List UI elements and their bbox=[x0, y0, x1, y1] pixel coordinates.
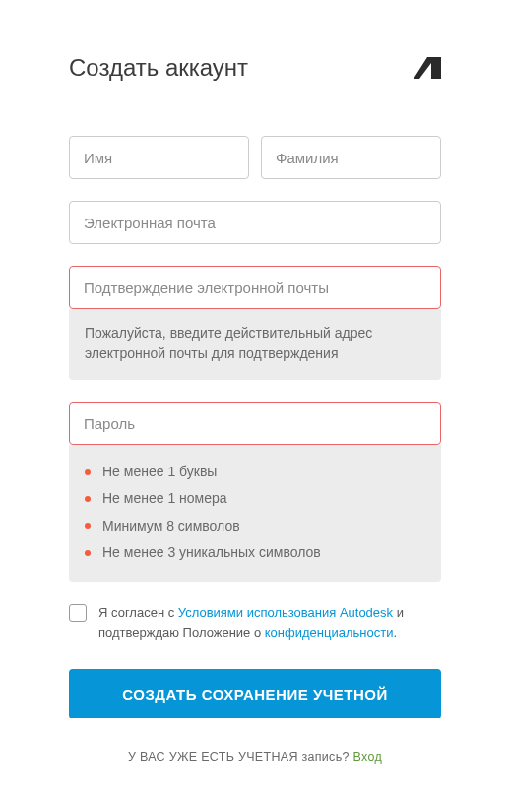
password-rule: Минимум 8 символов bbox=[85, 513, 425, 539]
email-confirm-group: Пожалуйста, введите действительный адрес… bbox=[69, 266, 441, 380]
agree-text: Я согласен с Условиями использования Aut… bbox=[98, 603, 441, 642]
page-title: Создать аккаунт bbox=[69, 54, 248, 82]
rule-dot-icon bbox=[85, 550, 91, 556]
autodesk-logo-icon bbox=[414, 57, 441, 79]
password-rules: Не менее 1 буквы Не менее 1 номера Миним… bbox=[69, 445, 441, 582]
last-name-field[interactable] bbox=[261, 136, 441, 179]
rule-dot-icon bbox=[85, 523, 91, 529]
svg-marker-0 bbox=[414, 57, 441, 79]
email-confirm-error-hint: Пожалуйста, введите действительный адрес… bbox=[69, 309, 441, 380]
signin-link[interactable]: Вход bbox=[353, 750, 382, 764]
signin-footer: У ВАС УЖЕ ЕСТЬ УЧЕТНАЯ запись? Вход bbox=[69, 750, 441, 764]
email-group bbox=[69, 201, 441, 244]
first-name-field[interactable] bbox=[69, 136, 249, 179]
agree-row: Я согласен с Условиями использования Aut… bbox=[69, 603, 441, 642]
password-rule: Не менее 1 номера bbox=[85, 485, 425, 512]
agree-checkbox[interactable] bbox=[69, 604, 87, 622]
rule-dot-icon bbox=[85, 469, 91, 475]
password-rule-text: Минимум 8 символов bbox=[102, 513, 240, 539]
terms-link[interactable]: Условиями использования Autodesk bbox=[178, 605, 393, 620]
name-row bbox=[69, 136, 441, 179]
password-rule: Не менее 1 буквы bbox=[85, 459, 425, 485]
password-field[interactable] bbox=[69, 402, 441, 445]
email-field[interactable] bbox=[69, 201, 441, 244]
password-rule: Не менее 3 уникальных символов bbox=[85, 539, 425, 566]
email-confirm-field[interactable] bbox=[69, 266, 441, 309]
privacy-link[interactable]: конфиденциальности bbox=[265, 625, 394, 640]
rule-dot-icon bbox=[85, 496, 91, 502]
create-account-button[interactable]: Создать сохранение учетной bbox=[69, 669, 441, 718]
form-header: Создать аккаунт bbox=[69, 54, 441, 82]
password-rule-text: Не менее 1 буквы bbox=[102, 459, 217, 485]
password-group: Не менее 1 буквы Не менее 1 номера Миним… bbox=[69, 402, 441, 582]
password-rule-text: Не менее 3 уникальных символов bbox=[102, 539, 321, 566]
password-rule-text: Не менее 1 номера bbox=[102, 485, 227, 512]
